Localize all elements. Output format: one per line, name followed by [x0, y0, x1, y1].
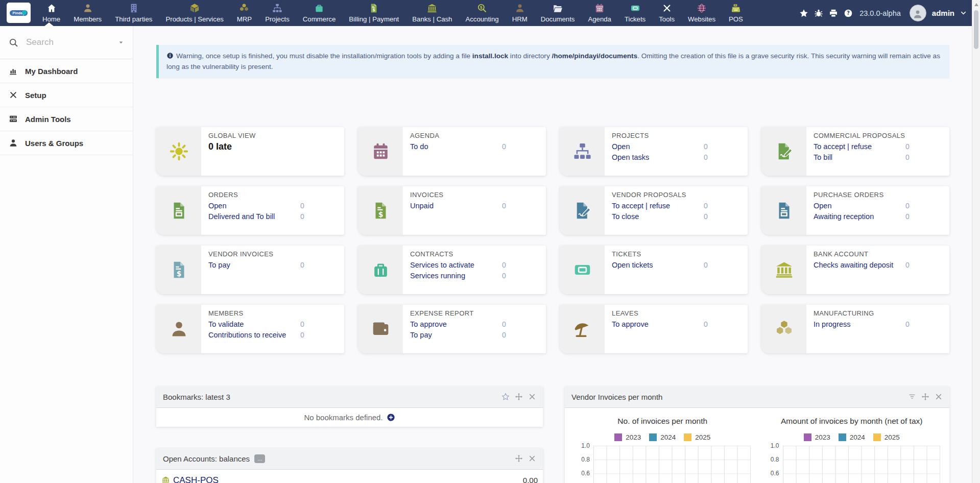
- widget-link[interactable]: Open tasks: [612, 152, 704, 163]
- widget-link[interactable]: Checks awaiting deposit: [814, 260, 905, 271]
- widget-link[interactable]: Services running: [410, 271, 502, 281]
- widget-count[interactable]: 0: [502, 201, 506, 211]
- widget-link[interactable]: To close: [612, 211, 704, 222]
- widget-count[interactable]: 0: [502, 271, 506, 281]
- widget-count[interactable]: 0: [704, 152, 708, 163]
- widget-count[interactable]: 0: [905, 211, 910, 222]
- add-bookmark-icon[interactable]: [387, 413, 395, 422]
- widget-count[interactable]: 0: [300, 211, 304, 222]
- widget-count[interactable]: 0: [905, 152, 910, 163]
- widget-link[interactable]: To bill: [814, 152, 905, 163]
- star-icon[interactable]: [799, 9, 808, 18]
- nav-item-agenda[interactable]: Agenda: [581, 0, 617, 26]
- move-widget-icon[interactable]: [515, 454, 523, 463]
- nav-item-tools[interactable]: Tools: [652, 0, 681, 26]
- scrollbar-thumb[interactable]: [974, 10, 978, 49]
- bug-icon[interactable]: [814, 9, 823, 18]
- close-widget-icon[interactable]: [528, 393, 536, 401]
- scrollbar-up-arrow[interactable]: [974, 3, 978, 6]
- widget-count[interactable]: 0: [502, 319, 506, 330]
- nav-item-accounting[interactable]: $ Accounting: [459, 0, 505, 26]
- nav-item-tickets[interactable]: Tickets: [618, 0, 652, 26]
- nav-item-commerce[interactable]: Commerce: [296, 0, 342, 26]
- widget-link[interactable]: Contributions to receive: [208, 330, 300, 341]
- move-widget-icon[interactable]: [921, 393, 929, 401]
- user-icon: [83, 3, 93, 13]
- widget-link[interactable]: In progress: [814, 319, 905, 330]
- widget-link[interactable]: Open: [208, 201, 300, 211]
- nav-item-projects[interactable]: Projects: [258, 0, 296, 26]
- app-logo[interactable]: Pinday: [7, 3, 31, 23]
- widget-count[interactable]: 0: [300, 330, 304, 341]
- widget-count[interactable]: 0: [704, 141, 708, 152]
- widget-count[interactable]: 0: [905, 201, 910, 211]
- user-avatar[interactable]: [910, 5, 926, 21]
- close-widget-icon[interactable]: [528, 454, 536, 463]
- widget-count[interactable]: 0: [704, 319, 708, 330]
- chart-plot: 1.00.80.60.40.20.0: [764, 446, 947, 483]
- widget-count[interactable]: 0: [300, 260, 304, 271]
- widget-link[interactable]: Open: [814, 201, 905, 211]
- chart-y-axis: 1.00.80.60.40.20.0: [575, 446, 593, 483]
- widget-count[interactable]: 0: [905, 141, 910, 152]
- bookmarks-title: Bookmarks: latest 3: [163, 393, 230, 401]
- user-menu[interactable]: admin: [932, 9, 954, 17]
- nav-item-mrp[interactable]: MRP: [230, 0, 258, 26]
- widget-count[interactable]: 0: [300, 319, 304, 330]
- widget-link[interactable]: Services to activate: [410, 260, 502, 271]
- sidebar-item-my-dashboard[interactable]: My Dashboard: [0, 59, 133, 83]
- sidebar-item-users-groups[interactable]: Users & Groups: [0, 131, 133, 155]
- nav-item-banks-cash[interactable]: Banks | Cash: [405, 0, 459, 26]
- printer-icon[interactable]: [829, 9, 838, 18]
- widget-link[interactable]: Unpaid: [410, 201, 502, 211]
- nav-item-websites[interactable]: Websites: [681, 0, 722, 26]
- widget-count[interactable]: 0: [502, 141, 506, 152]
- widget-vendor-proposals: VENDOR PROPOSALS To accept | refuse 0 To…: [560, 186, 748, 235]
- folder-open-icon: [553, 3, 563, 13]
- widget-link[interactable]: To accept | refuse: [814, 141, 905, 152]
- page-scrollbar[interactable]: [972, 0, 980, 483]
- tools-icon: [662, 3, 672, 13]
- widget-link[interactable]: Open tickets: [612, 260, 704, 271]
- widget-row: Open 0: [814, 201, 944, 211]
- widget-count[interactable]: 0: [704, 201, 708, 211]
- widget-count[interactable]: 0: [502, 330, 506, 341]
- question-circle-icon[interactable]: ?: [844, 9, 853, 18]
- widget-count[interactable]: 0: [300, 201, 304, 211]
- widget-link[interactable]: To approve: [410, 319, 502, 330]
- widget-link[interactable]: To accept | refuse: [612, 201, 704, 211]
- widget-link[interactable]: Open: [612, 141, 704, 152]
- user-chevron-down-icon[interactable]: [960, 10, 967, 16]
- search-caret-icon[interactable]: [117, 39, 125, 46]
- nav-item-documents[interactable]: Documents: [534, 0, 582, 26]
- widget-link[interactable]: To approve: [612, 319, 704, 330]
- widget-count[interactable]: 0: [905, 319, 910, 330]
- open-accounts-box: Open Accounts: balances ... CASH-POS 0.0…: [156, 448, 543, 483]
- nav-item-hrm[interactable]: HRM: [506, 0, 534, 26]
- nav-item-products-services[interactable]: Products | Services: [159, 0, 230, 26]
- more-button[interactable]: ...: [254, 454, 265, 463]
- sidebar-item-setup[interactable]: Setup: [0, 83, 133, 107]
- widget-link[interactable]: To validate: [208, 319, 300, 330]
- search-input[interactable]: [25, 37, 109, 48]
- sidebar-item-admin-tools[interactable]: Admin Tools: [0, 107, 133, 131]
- widget-count[interactable]: 0: [905, 260, 910, 271]
- widget-count[interactable]: 0: [704, 260, 708, 271]
- nav-item-members[interactable]: Members: [67, 0, 108, 26]
- nav-item-third-parties[interactable]: Third parties: [108, 0, 159, 26]
- widget-count[interactable]: 0: [502, 260, 506, 271]
- move-widget-icon[interactable]: [515, 393, 523, 401]
- svg-text:$: $: [378, 210, 383, 218]
- bookmark-star-icon[interactable]: [501, 393, 510, 401]
- widget-link[interactable]: Delivered and To bill: [208, 211, 300, 222]
- nav-item-pos[interactable]: POS: [722, 0, 750, 26]
- widget-link[interactable]: To pay: [208, 260, 300, 271]
- nav-item-billing-payment[interactable]: $ Billing | Payment: [342, 0, 405, 26]
- close-widget-icon[interactable]: [935, 393, 943, 401]
- widget-link[interactable]: To pay: [410, 330, 502, 341]
- widget-link[interactable]: To do: [410, 141, 502, 152]
- widget-count[interactable]: 0: [704, 211, 708, 222]
- filter-icon[interactable]: [908, 393, 916, 401]
- widget-link[interactable]: Awaiting reception: [814, 211, 905, 222]
- account-link[interactable]: CASH-POS: [173, 475, 219, 483]
